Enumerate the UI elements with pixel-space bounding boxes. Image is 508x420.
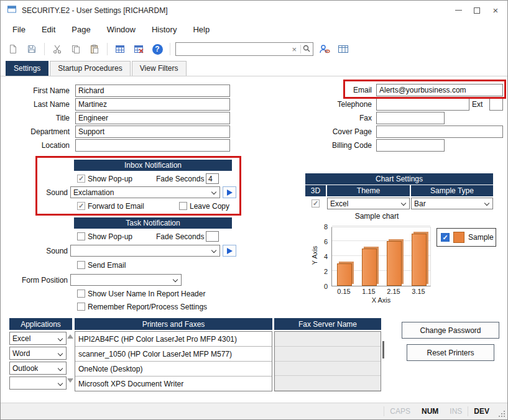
inbox-show-popup-checkbox[interactable]: ✓	[77, 175, 85, 183]
title-label: Title	[1, 112, 73, 124]
minimize-button[interactable]	[449, 1, 468, 20]
email-field[interactable]	[376, 84, 503, 96]
save-icon[interactable]	[24, 42, 39, 57]
billing-code-field[interactable]	[376, 139, 445, 152]
location-label: Location	[1, 139, 73, 152]
last-name-field[interactable]	[75, 98, 230, 111]
application-select-3[interactable]: Outlook	[9, 362, 67, 375]
show-user-name-checkbox[interactable]	[77, 290, 85, 298]
telephone-field[interactable]	[376, 98, 469, 111]
chevron-down-icon	[58, 336, 63, 341]
search-clear-icon[interactable]: ×	[289, 45, 299, 54]
application-select-2[interactable]: Word	[9, 347, 67, 360]
form-position-label: Form Position	[1, 274, 68, 286]
menu-help[interactable]: Help	[185, 21, 218, 38]
chart-xticks: 0.151.152.153.15	[331, 288, 431, 295]
status-bar: CAPS NUM INS DEV	[1, 403, 507, 419]
send-email-checkbox[interactable]	[77, 261, 85, 269]
remember-settings-checkbox[interactable]	[77, 303, 85, 311]
task-notification-header: Task Notification	[74, 217, 232, 229]
send-email-label: Send Email	[88, 259, 126, 272]
chart-bar	[362, 249, 377, 286]
maximize-button[interactable]	[468, 1, 486, 20]
printer-list-up-arrow[interactable]	[67, 334, 73, 339]
fax-field[interactable]	[376, 112, 445, 124]
reset-printers-button[interactable]: Reset Printers	[407, 344, 494, 361]
chart-bar	[337, 263, 352, 286]
printer-row[interactable]: scanner_1050 (HP Color LaserJet MFP M577…	[75, 347, 272, 362]
fax-server-row[interactable]	[275, 332, 381, 347]
grid-delete-icon[interactable]	[131, 42, 146, 57]
menu-file[interactable]: File	[4, 21, 34, 38]
toolbar-separator	[44, 43, 45, 55]
chart-bar	[387, 241, 402, 286]
inbox-fade-seconds-label: Fade Seconds	[156, 173, 204, 185]
help-button[interactable]: ?	[150, 42, 165, 57]
change-password-button[interactable]: Change Password	[402, 322, 499, 339]
inbox-sound-select[interactable]: Exclamation	[70, 186, 220, 198]
last-name-label: Last Name	[1, 98, 73, 111]
task-sound-select[interactable]	[70, 245, 220, 257]
legend-sample-checkbox[interactable]: ✓	[441, 233, 450, 242]
paste-icon[interactable]	[87, 42, 102, 57]
x-tick-label: 3.15	[406, 288, 431, 295]
new-document-icon[interactable]	[6, 42, 21, 57]
department-field[interactable]	[75, 126, 230, 138]
title-field[interactable]	[75, 112, 230, 124]
menu-page[interactable]: Page	[63, 21, 98, 38]
form-position-select[interactable]	[70, 274, 182, 286]
copy-icon[interactable]	[68, 42, 83, 57]
applications-header: Applications	[9, 318, 72, 330]
cover-page-field[interactable]	[376, 126, 503, 138]
layout-grid-icon[interactable]	[336, 42, 351, 57]
task-sound-play-button[interactable]	[223, 245, 236, 257]
printer-row[interactable]: OneNote (Desktop)	[75, 362, 272, 377]
fax-server-row[interactable]	[275, 376, 381, 391]
ext-field[interactable]	[489, 98, 503, 111]
check-icon: ✓	[313, 200, 318, 207]
resize-grip[interactable]	[498, 410, 506, 418]
forward-to-email-checkbox[interactable]: ✓	[77, 202, 85, 210]
application-select-4[interactable]	[9, 377, 67, 390]
menu-window[interactable]: Window	[99, 21, 144, 38]
leave-copy-checkbox[interactable]	[179, 202, 187, 210]
billing-code-label: Billing Code	[298, 139, 375, 152]
printer-row[interactable]: Microsoft XPS Document Writer	[75, 377, 272, 391]
chart-sample-type-select[interactable]: Bar	[411, 198, 493, 209]
fax-server-row[interactable]	[275, 362, 381, 377]
inbox-fade-seconds-field[interactable]	[206, 173, 219, 184]
chart-3d-checkbox[interactable]: ✓	[312, 199, 320, 208]
location-field[interactable]	[75, 139, 230, 152]
chart-plot	[331, 227, 431, 286]
grid-add-icon[interactable]	[113, 42, 127, 57]
printer-row[interactable]: HPI2AB4FC (HP Color LaserJet Pro MFP 430…	[75, 332, 272, 347]
first-name-field[interactable]	[75, 84, 230, 97]
fax-server-row[interactable]	[275, 347, 381, 362]
chart-theme-value: Excel	[330, 199, 348, 208]
chart-theme-select[interactable]: Excel	[327, 198, 410, 209]
x-tick-label: 1.15	[356, 288, 381, 295]
search-icon[interactable]	[302, 44, 311, 55]
close-icon: ×	[493, 6, 499, 15]
chart-legend: ✓ Sample	[436, 228, 496, 247]
task-fade-seconds-field[interactable]	[206, 231, 219, 242]
task-show-popup-checkbox[interactable]	[77, 232, 85, 240]
menu-edit[interactable]: Edit	[34, 21, 63, 38]
y-tick-label: 0	[318, 283, 328, 290]
tab-startup-procedures[interactable]: Startup Procedures	[50, 61, 130, 76]
chevron-down-icon	[58, 381, 63, 386]
tab-view-filters[interactable]: View Filters	[132, 61, 187, 76]
user-view-icon[interactable]	[317, 42, 332, 57]
cut-icon[interactable]	[50, 42, 65, 57]
sample-chart: Y Axis 02468 0.151.152.153.15 X Axis	[310, 221, 447, 308]
menu-bar: File Edit Page Window History Help	[1, 20, 507, 39]
menu-history[interactable]: History	[144, 21, 185, 38]
search-input[interactable]	[178, 45, 289, 53]
tab-settings[interactable]: Settings	[6, 61, 48, 76]
printer-list-down-arrow[interactable]	[67, 378, 73, 383]
application-select-1[interactable]: Excel	[9, 332, 67, 345]
fax-list-scrollbar-thumb[interactable]	[382, 341, 384, 358]
play-icon	[227, 189, 233, 196]
close-button[interactable]: ×	[486, 1, 505, 20]
inbox-sound-play-button[interactable]	[223, 186, 236, 198]
